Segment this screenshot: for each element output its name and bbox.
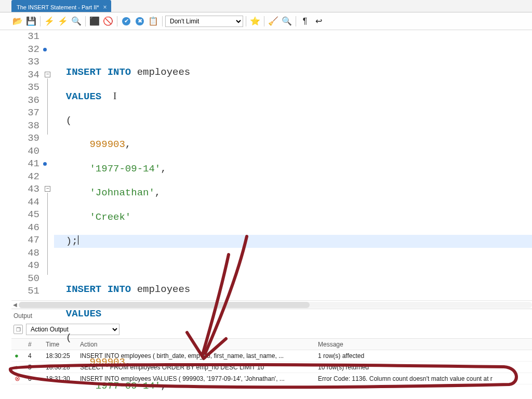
pilcrow-icon: ¶ (303, 17, 308, 25)
save-icon: 💾 (26, 17, 36, 25)
line-number: 42 (11, 170, 39, 183)
output-num: 4 (25, 352, 43, 360)
editor-tab[interactable]: The INSERT Statement - Part II* × (11, 0, 111, 12)
check-icon: ✔ (122, 17, 130, 25)
stop-button[interactable]: ⬛ (88, 15, 101, 28)
scroll-left-icon[interactable]: ◀ (11, 302, 19, 308)
line-number: 49 (11, 259, 39, 272)
output-col-num: # (25, 341, 43, 348)
save-button[interactable]: 💾 (25, 15, 37, 28)
line-number-gutter: 31 32 33 34 35 36 37 38 39 40 41 42 43 4… (11, 30, 43, 300)
line-number: 45 (11, 208, 39, 221)
stop-error-icon: 🚫 (103, 17, 113, 25)
line-number: 38 (11, 119, 39, 132)
line-number: 39 (11, 132, 39, 145)
line-number: 41 (11, 157, 39, 170)
code-area[interactable]: INSERT INTO employees VALUES I ( 999903,… (54, 30, 532, 300)
wrap-icon: ↩ (315, 17, 322, 25)
line-number: 47 (11, 234, 39, 247)
toolbar: 📂 💾 ⚡ ⚡ 🔍 ⬛ 🚫 ✔ ✖ 📋 Don't Limit ⭐ 🧹 🔍 ¶ … (0, 12, 532, 30)
star-icon: ⭐ (250, 17, 260, 25)
rollback-button[interactable]: ✖ (134, 15, 146, 28)
invisible-chars-button[interactable]: ¶ (299, 15, 311, 28)
autocommit-icon: 📋 (148, 17, 158, 25)
line-number: 50 (11, 272, 39, 285)
fold-guide (47, 193, 48, 275)
horizontal-scrollbar[interactable]: ◀ (11, 300, 532, 309)
wrap-button[interactable]: ↩ (312, 15, 325, 28)
line-number: 36 (11, 94, 39, 107)
line-number: 43 (11, 183, 39, 196)
magnify-lightning-icon: 🔍 (71, 17, 82, 25)
line-number: 37 (11, 107, 39, 119)
tab-title: The INSERT Statement - Part II* (17, 4, 99, 10)
cross-icon: ✖ (136, 17, 144, 25)
folder-icon: 📂 (12, 17, 23, 25)
brush-button[interactable]: 🧹 (267, 15, 280, 28)
close-icon[interactable]: × (103, 4, 107, 11)
output-num: 6 (25, 375, 43, 382)
sql-editor[interactable]: 31 32 33 34 35 36 37 38 39 40 41 42 43 4… (11, 30, 532, 300)
scroll-thumb[interactable] (19, 302, 310, 308)
status-ok-icon: ● (11, 363, 25, 371)
fold-guide (47, 78, 48, 135)
line-number: 33 (11, 56, 39, 69)
brush-icon: 🧹 (268, 17, 278, 25)
limit-select[interactable]: Don't Limit (165, 16, 243, 27)
scroll-track[interactable] (19, 302, 532, 308)
stop-on-error-button[interactable]: 🚫 (102, 15, 114, 28)
lightning-icon: ⚡ (44, 17, 55, 25)
explain-button[interactable]: 🔍 (70, 15, 83, 28)
output-copy-icon[interactable]: ❐ (14, 325, 23, 334)
line-number: 44 (11, 196, 39, 209)
line-number: 46 (11, 221, 39, 234)
line-number: 40 (11, 145, 39, 158)
open-file-button[interactable]: 📂 (11, 15, 24, 28)
line-number: 35 (11, 81, 39, 94)
search-button[interactable]: 🔍 (281, 15, 293, 28)
commit-button[interactable]: ✔ (120, 15, 132, 28)
line-number: 32 (11, 43, 39, 56)
autocommit-button[interactable]: 📋 (147, 15, 159, 28)
line-number: 31 (11, 30, 39, 43)
search-icon: 🔍 (282, 17, 292, 25)
tab-bar: The INSERT Statement - Part II* × (0, 0, 532, 12)
fold-toggle[interactable]: − (45, 186, 50, 192)
stop-icon: ⬛ (89, 17, 100, 25)
beautify-button[interactable]: ⭐ (249, 15, 261, 28)
status-ok-icon: ● (11, 352, 25, 360)
fold-toggle[interactable]: − (45, 72, 50, 77)
output-num: 5 (25, 364, 43, 371)
fold-column: − − (43, 30, 54, 300)
line-number: 51 (11, 285, 39, 298)
lightning-cursor-icon: ⚡ (58, 17, 68, 25)
execute-button[interactable]: ⚡ (43, 15, 56, 28)
execute-current-button[interactable]: ⚡ (57, 15, 69, 28)
line-number: 34 (11, 69, 39, 82)
status-error-icon: ⊗ (11, 375, 25, 382)
line-number: 48 (11, 247, 39, 260)
